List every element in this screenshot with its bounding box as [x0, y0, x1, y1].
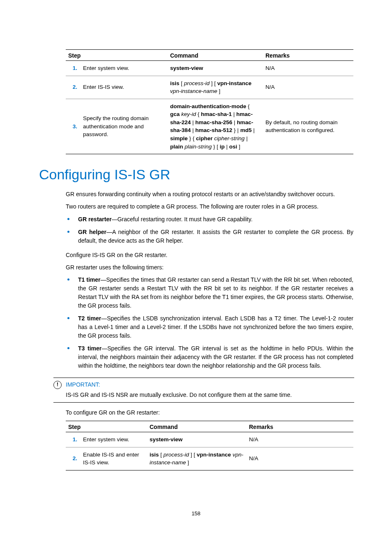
paragraph: Two routers are required to complete a G…: [66, 202, 353, 211]
step-desc: Enable IS-IS and enter IS-IS view.: [81, 447, 147, 470]
step-command: system-view: [147, 432, 247, 447]
step-remarks: N/A: [263, 61, 353, 76]
page: Step Command Remarks 1. Enter system vie…: [0, 0, 392, 533]
step-number: 2.: [66, 447, 81, 470]
body-content: GR ensures forwarding continuity when a …: [66, 190, 353, 417]
table-row: 1. Enter system view. system-view N/A: [66, 432, 353, 447]
step-number: 3.: [66, 99, 81, 154]
step-remarks: By default, no routing domain authentica…: [263, 99, 353, 154]
paragraph: To configure GR on the GR restarter:: [66, 408, 353, 417]
step-command: isis [ process-id ] [ vpn-instance vpn-i…: [168, 76, 263, 99]
paragraph: Configure IS-IS GR on the GR restarter.: [66, 251, 353, 259]
bullet-list-timers: T1 timer—Specifies the times that GR res…: [66, 276, 353, 370]
step-command: domain-authentication-mode { gca key-id …: [168, 99, 263, 154]
table-row: 2. Enter IS-IS view. isis [ process-id ]…: [66, 76, 353, 99]
list-item: T1 timer—Specifies the times that GR res…: [66, 276, 353, 310]
table-row: 3. Specify the routing domain authentica…: [66, 99, 353, 154]
list-item: GR helper—A neighbor of the GR restarter…: [66, 228, 353, 245]
th-command: Command: [168, 50, 263, 61]
important-note: ! IMPORTANT: IS-IS GR and IS-IS NSR are …: [53, 378, 354, 403]
paragraph: GR ensures forwarding continuity when a …: [66, 190, 353, 198]
bullet-list-roles: GR restarter—Graceful restarting router.…: [66, 215, 353, 245]
table-row: 2. Enable IS-IS and enter IS-IS view. is…: [66, 447, 353, 470]
step-desc: Enter system view.: [81, 432, 147, 447]
list-item: T3 timer—Specifies the GR interval. The …: [66, 344, 353, 370]
table-row: 1. Enter system view. system-view N/A: [66, 61, 353, 76]
step-command: isis [ process-id ] [ vpn-instance vpn-i…: [147, 447, 247, 470]
step-remarks: N/A: [247, 447, 353, 470]
th-remarks: Remarks: [263, 50, 353, 61]
step-remarks: N/A: [263, 76, 353, 99]
step-desc: Enter system view.: [81, 61, 168, 76]
important-icon: !: [53, 381, 62, 389]
th-step: Step: [66, 50, 168, 61]
step-number: 1.: [66, 432, 81, 447]
th-command: Command: [147, 421, 247, 432]
th-step: Step: [66, 421, 147, 432]
steps-table-1: Step Command Remarks 1. Enter system vie…: [66, 49, 353, 154]
important-text: IS-IS GR and IS-IS NSR are mutually excl…: [66, 391, 354, 399]
important-label: IMPORTANT:: [66, 380, 354, 389]
step-number: 2.: [66, 76, 81, 99]
steps-table-2: Step Command Remarks 1. Enter system vie…: [66, 421, 353, 470]
page-number: 158: [0, 510, 392, 517]
step-command: system-view: [168, 61, 263, 76]
section-heading: Configuring IS-IS GR: [39, 167, 353, 183]
step-remarks: N/A: [247, 432, 353, 447]
step-desc: Enter IS-IS view.: [81, 76, 168, 99]
step-number: 1.: [66, 61, 81, 76]
list-item: GR restarter—Graceful restarting router.…: [66, 215, 353, 224]
step-desc: Specify the routing domain authenticatio…: [81, 99, 168, 154]
paragraph: GR restarter uses the following timers:: [66, 263, 353, 271]
th-remarks: Remarks: [247, 421, 353, 432]
list-item: T2 timer—Specifies the LSDB synchronizat…: [66, 314, 353, 340]
